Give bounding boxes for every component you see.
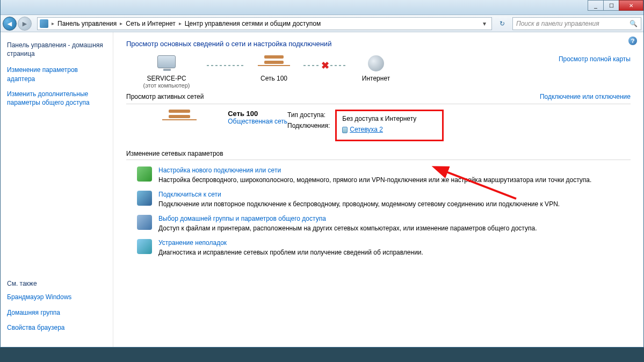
connections-label: Подключения:	[287, 120, 330, 131]
map-connector	[207, 65, 244, 66]
task-link-1[interactable]: Подключиться к сети	[158, 191, 560, 198]
task-new-connection: Настройка нового подключения или сети На…	[137, 166, 631, 184]
crumb-sep: ▸	[52, 20, 54, 26]
breadcrumb[interactable]: ▸ Панель управления ▸ Сеть и Интернет ▸ …	[37, 17, 492, 30]
map-pc-sub: (этот компьютер)	[126, 82, 207, 89]
network-name: Сеть 100	[228, 110, 287, 118]
network-type-link[interactable]: Общественная сеть	[228, 118, 287, 125]
crumb-control-panel[interactable]: Панель управления	[55, 20, 119, 27]
back-button[interactable]: ◄	[3, 17, 17, 31]
task-desc-2: Доступ к файлам и принтерам, расположенн…	[158, 225, 537, 232]
search-icon: 🔍	[629, 20, 638, 27]
homegroup-icon	[137, 215, 152, 230]
task-list: Настройка нового подключения или сети На…	[137, 166, 631, 257]
see-also-firewall[interactable]: Брандмауэр Windows	[7, 293, 106, 301]
network-bench-icon	[169, 110, 190, 126]
help-icon[interactable]: ?	[628, 37, 637, 45]
content-area: ? Просмотр основных сведений о сети и на…	[113, 32, 643, 347]
adapter-icon	[342, 127, 348, 133]
see-also-homegroup[interactable]: Домашняя группа	[7, 308, 106, 317]
access-type-label: Тип доступа:	[287, 110, 330, 120]
connect-disconnect-link[interactable]: Подключение или отключение	[540, 93, 631, 100]
refresh-button[interactable]: ↻	[496, 18, 508, 30]
connect-network-icon	[137, 191, 152, 206]
map-net-name: Сеть 100	[244, 75, 303, 82]
task-homegroup: Выбор домашней группы и параметров общег…	[137, 215, 631, 233]
crumb-sharing-center[interactable]: Центр управления сетями и общим доступом	[183, 20, 323, 27]
troubleshoot-icon	[137, 239, 152, 254]
search-placeholder: Поиск в панели управления	[516, 20, 599, 27]
search-input[interactable]: Поиск в панели управления 🔍	[512, 17, 641, 30]
change-settings-header: Изменение сетевых параметров	[126, 150, 631, 157]
sidebar-home-link[interactable]: Панель управления - домашняя страница	[7, 41, 106, 58]
page-title: Просмотр основных сведений о сети и наст…	[126, 40, 631, 48]
breadcrumb-dropdown[interactable]: ▾	[480, 20, 489, 27]
control-panel-icon	[40, 19, 48, 28]
internet-icon	[368, 55, 384, 71]
task-desc-0: Настройка беспроводного, широкополосного…	[158, 176, 591, 184]
highlighted-connection-box: Без доступа к Интернету Сетевуха 2	[335, 110, 444, 141]
task-link-0[interactable]: Настройка нового подключения или сети	[158, 166, 591, 174]
access-type-value: Без доступа к Интернету	[342, 113, 416, 124]
pc-icon	[157, 55, 176, 68]
forward-button[interactable]: ►	[18, 17, 32, 31]
close-button[interactable]: ✕	[619, 0, 643, 11]
minimize-button[interactable]: _	[588, 0, 604, 11]
title-bar: _ ☐ ✕	[1, 0, 643, 15]
connection-link[interactable]: Сетевуха 2	[350, 126, 383, 133]
no-connection-icon: ✖	[320, 60, 330, 71]
task-link-3[interactable]: Устранение неполадок	[158, 239, 423, 247]
network-map: SERVICE-PC (этот компьютер) Сеть 100 ✖ И…	[126, 55, 631, 89]
map-internet: Интернет	[346, 75, 406, 82]
sidebar-sharing-settings[interactable]: Изменить дополнительные параметры общего…	[7, 90, 106, 107]
active-network: Сеть 100 Общественная сеть Тип доступа: …	[137, 110, 631, 141]
new-connection-icon	[137, 166, 152, 182]
sidebar: Панель управления - домашняя страница Из…	[1, 32, 113, 347]
full-map-link[interactable]: Просмотр полной карты	[559, 55, 631, 63]
sidebar-adapter-settings[interactable]: Изменение параметров адаптера	[7, 66, 106, 83]
task-desc-3: Диагностика и исправление сетевых пробле…	[158, 249, 423, 256]
see-also-header: См. также	[7, 280, 106, 287]
maximize-button[interactable]: ☐	[603, 0, 619, 11]
task-connect: Подключиться к сети Подключение или повт…	[137, 191, 631, 208]
crumb-network-internet[interactable]: Сеть и Интернет	[124, 20, 177, 27]
task-link-2[interactable]: Выбор домашней группы и параметров общег…	[158, 215, 537, 222]
see-also-browser[interactable]: Свойства браузера	[7, 323, 106, 332]
active-networks-header: Просмотр активных сетей	[126, 93, 204, 100]
task-troubleshoot: Устранение неполадок Диагностика и испра…	[137, 239, 631, 257]
task-desc-1: Подключение или повторное подключение к …	[158, 200, 560, 208]
nav-bar: ◄ ► ▸ Панель управления ▸ Сеть и Интерне…	[1, 15, 643, 32]
map-pc-name: SERVICE-PC	[126, 75, 207, 82]
network-icon	[264, 55, 284, 68]
